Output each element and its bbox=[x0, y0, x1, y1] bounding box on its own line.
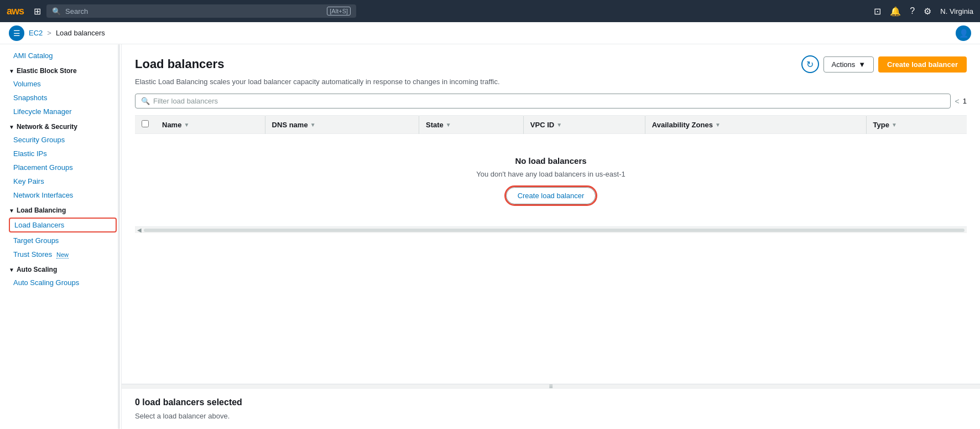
search-input[interactable] bbox=[65, 7, 322, 15]
sort-state-icon: ▼ bbox=[446, 122, 451, 128]
breadcrumb-right: 👤 bbox=[956, 25, 971, 41]
section-label-ns: Network & Security bbox=[17, 123, 77, 131]
terminal-icon[interactable]: ⊡ bbox=[874, 6, 881, 17]
elastic-ips-link: Elastic IPs bbox=[13, 149, 47, 158]
create-load-balancer-inline-button[interactable]: Create load balancer bbox=[506, 187, 596, 204]
filter-input[interactable] bbox=[153, 97, 945, 105]
account-icon[interactable]: 👤 bbox=[956, 25, 971, 41]
horizontal-scroll-area: ◀ bbox=[135, 226, 967, 233]
section-arrow: ▼ bbox=[9, 68, 14, 74]
sidebar-item-lifecycle-manager[interactable]: Lifecycle Manager bbox=[0, 105, 121, 118]
th-state-label: State bbox=[426, 121, 444, 129]
th-type-label: Type bbox=[873, 121, 889, 129]
new-badge: New bbox=[56, 251, 69, 259]
sort-type-icon: ▼ bbox=[892, 122, 897, 128]
page-title: Load balancers bbox=[135, 57, 224, 71]
pagination-info: < 1 bbox=[955, 97, 967, 106]
key-pairs-link: Key Pairs bbox=[13, 177, 44, 185]
nav-right: ⊡ 🔔 ? ⚙ N. Virginia bbox=[874, 6, 973, 17]
lb-description: Elastic Load Balancing scales your load … bbox=[135, 77, 967, 86]
sidebar-item-snapshots[interactable]: Snapshots bbox=[0, 91, 121, 105]
scroll-left-arrow[interactable]: ◀ bbox=[137, 227, 142, 233]
create-load-balancer-button[interactable]: Create load balancer bbox=[878, 56, 967, 73]
grid-icon[interactable]: ⊞ bbox=[34, 6, 41, 17]
sidebar-item-placement-groups[interactable]: Placement Groups bbox=[0, 161, 121, 174]
sidebar-section-auto-scaling[interactable]: ▼ Auto Scaling bbox=[0, 261, 121, 276]
actions-label: Actions bbox=[832, 60, 856, 69]
empty-title: No load balancers bbox=[146, 156, 956, 166]
details-panel: 0 load balancers selected Select a load … bbox=[122, 389, 980, 429]
scroll-track[interactable] bbox=[144, 229, 965, 232]
th-name-label: Name bbox=[162, 121, 181, 129]
settings-icon[interactable]: ⚙ bbox=[924, 6, 931, 17]
th-state[interactable]: State ▼ bbox=[419, 116, 523, 134]
section-label-as: Auto Scaling bbox=[17, 266, 57, 273]
section-arrow-as: ▼ bbox=[9, 267, 14, 273]
sort-dns-icon: ▼ bbox=[310, 122, 316, 128]
th-type[interactable]: Type ▼ bbox=[867, 116, 967, 134]
sidebar-section-load-balancing[interactable]: ▼ Load Balancing bbox=[0, 202, 121, 216]
sidebar-item-auto-scaling-groups[interactable]: Auto Scaling Groups bbox=[0, 276, 121, 290]
placement-groups-link: Placement Groups bbox=[13, 163, 73, 172]
sidebar-section-elastic-block-store[interactable]: ▼ Elastic Block Store bbox=[0, 63, 121, 77]
sidebar: AMI Catalog ▼ Elastic Block Store Volume… bbox=[0, 44, 122, 429]
top-nav: aws ⊞ 🔍 [Alt+S] ⊡ 🔔 ? ⚙ N. Virginia bbox=[0, 0, 980, 22]
pagination-prev-button[interactable]: < bbox=[955, 97, 960, 106]
sidebar-section-network-security[interactable]: ▼ Network & Security bbox=[0, 118, 121, 133]
region-label[interactable]: N. Virginia bbox=[940, 7, 973, 15]
filter-row: 🔍 < 1 bbox=[135, 94, 967, 108]
section-label: Elastic Block Store bbox=[17, 67, 77, 75]
pagination-page: 1 bbox=[963, 97, 967, 105]
th-vpc-label: VPC ID bbox=[530, 121, 554, 129]
main-layout: AMI Catalog ▼ Elastic Block Store Volume… bbox=[0, 44, 980, 429]
aws-logo[interactable]: aws bbox=[7, 6, 24, 17]
refresh-button[interactable]: ↻ bbox=[801, 55, 819, 73]
content-area: Load balancers ↻ Actions ▼ Create load b… bbox=[122, 44, 980, 429]
sidebar-item-ami-catalog[interactable]: AMI Catalog bbox=[0, 49, 121, 63]
security-groups-link: Security Groups bbox=[13, 136, 65, 144]
bell-icon[interactable]: 🔔 bbox=[890, 6, 901, 17]
filter-input-wrap[interactable]: 🔍 bbox=[135, 94, 951, 108]
load-balancers-panel: Load balancers ↻ Actions ▼ Create load b… bbox=[122, 44, 980, 384]
lb-actions: ↻ Actions ▼ Create load balancer bbox=[801, 55, 967, 73]
th-az-label: Availability Zones bbox=[652, 121, 713, 129]
empty-state: No load balancers You don't have any loa… bbox=[135, 134, 967, 226]
search-shortcut: [Alt+S] bbox=[327, 7, 351, 15]
actions-button[interactable]: Actions ▼ bbox=[823, 56, 874, 73]
select-all-checkbox[interactable] bbox=[142, 120, 149, 127]
sidebar-item-target-groups[interactable]: Target Groups bbox=[0, 234, 121, 247]
sidebar-scrollbar[interactable] bbox=[118, 44, 120, 429]
volumes-link: Volumes bbox=[13, 80, 41, 88]
network-interfaces-link: Network Interfaces bbox=[13, 191, 73, 199]
search-bar[interactable]: 🔍 [Alt+S] bbox=[46, 4, 356, 18]
sort-az-icon: ▼ bbox=[715, 122, 721, 128]
sidebar-item-network-interfaces[interactable]: Network Interfaces bbox=[0, 188, 121, 202]
snapshots-link: Snapshots bbox=[13, 94, 47, 102]
th-name[interactable]: Name ▼ bbox=[155, 116, 265, 134]
selected-count: 0 load balancers selected bbox=[135, 397, 967, 407]
sidebar-item-elastic-ips[interactable]: Elastic IPs bbox=[0, 147, 121, 161]
filter-search-icon: 🔍 bbox=[141, 97, 150, 105]
ami-catalog-link: AMI Catalog bbox=[13, 51, 53, 60]
sidebar-item-volumes[interactable]: Volumes bbox=[0, 77, 121, 91]
help-icon[interactable]: ? bbox=[910, 6, 915, 16]
sidebar-item-trust-stores[interactable]: Trust Stores New bbox=[0, 247, 121, 261]
load-balancers-link: Load Balancers bbox=[14, 221, 64, 229]
th-dns-label: DNS name bbox=[272, 121, 308, 129]
sidebar-item-load-balancers[interactable]: Load Balancers bbox=[9, 218, 117, 232]
sidebar-item-security-groups[interactable]: Security Groups bbox=[0, 133, 121, 147]
hamburger-button[interactable]: ☰ bbox=[9, 25, 24, 41]
th-availability-zones[interactable]: Availability Zones ▼ bbox=[645, 116, 866, 134]
breadcrumb-bar: ☰ EC2 > Load balancers 👤 bbox=[0, 22, 980, 44]
th-vpc-id[interactable]: VPC ID ▼ bbox=[524, 116, 645, 134]
search-icon: 🔍 bbox=[52, 7, 61, 15]
resize-handle[interactable]: ≡ bbox=[122, 384, 980, 389]
sidebar-item-key-pairs[interactable]: Key Pairs bbox=[0, 174, 121, 188]
lifecycle-manager-link: Lifecycle Manager bbox=[13, 107, 72, 116]
sort-vpc-icon: ▼ bbox=[556, 122, 562, 128]
breadcrumb-current: Load balancers bbox=[56, 29, 105, 37]
th-dns-name[interactable]: DNS name ▼ bbox=[265, 116, 419, 134]
auto-scaling-groups-link: Auto Scaling Groups bbox=[13, 278, 79, 287]
breadcrumb-ec2-link[interactable]: EC2 bbox=[29, 29, 43, 37]
section-arrow-lb: ▼ bbox=[9, 208, 14, 214]
